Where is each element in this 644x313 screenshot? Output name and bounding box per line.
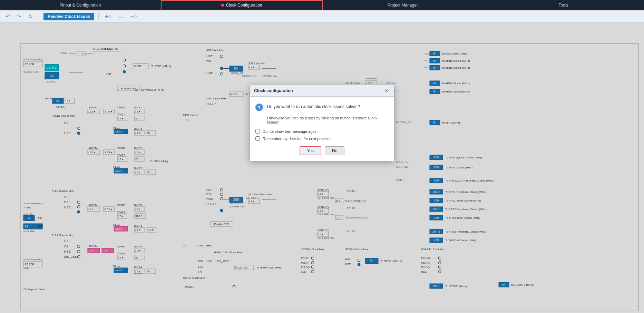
zoom-in-button[interactable]: +○ <box>103 13 114 20</box>
nav-clock[interactable]: Clock Configuration <box>161 0 323 10</box>
nav-project[interactable]: Project Manager <box>323 0 484 10</box>
toolbar-separator-1 <box>39 13 39 20</box>
modal-close-button[interactable]: ✕ <box>383 88 390 94</box>
zoom-out-button[interactable]: −○ <box>128 13 139 20</box>
modal-checkboxes: Do not show this message again. Remember… <box>255 129 389 141</box>
modal-question-row: ? Do you want to run automatic clock iss… <box>255 104 389 111</box>
checkbox-row-2: Remember my decision for next projects. <box>255 136 389 141</box>
nav-clock-dot <box>221 4 224 7</box>
toolbar-separator-2 <box>98 13 99 20</box>
modal-question-text: Do you want to run automatic clock issue… <box>267 104 360 110</box>
modal-title: Clock configuration <box>254 88 293 93</box>
yes-button[interactable]: Yes <box>300 146 322 155</box>
nav-clock-label: Clock Configuration <box>226 3 262 8</box>
main-content: Input frequency 32.768 0-1000 KHz LSI RC… <box>0 23 644 313</box>
nav-pinout[interactable]: Pinout & Configuration <box>0 0 161 10</box>
question-icon: ? <box>255 104 263 111</box>
nav-tools[interactable]: Tools <box>483 0 644 10</box>
toolbar: ↶ ↷ ↻ Resolve Clock Issues +○ ▭ −○ <box>0 10 644 23</box>
fit-button[interactable]: ▭ <box>116 12 126 20</box>
modal-header: Clock configuration ✕ <box>250 85 394 97</box>
no-button[interactable]: No <box>325 146 344 155</box>
redo-button[interactable]: ↷ <box>15 12 23 20</box>
nav-tools-label: Tools <box>559 3 568 8</box>
modal-overlay: Clock configuration ✕ ? Do you want to r… <box>0 23 644 313</box>
modal-buttons: Yes No <box>255 146 389 155</box>
clock-config-modal: Clock configuration ✕ ? Do you want to r… <box>250 85 394 161</box>
no-show-checkbox[interactable] <box>255 129 260 134</box>
remember-decision-label: Remember my decision for next projects. <box>263 137 332 141</box>
no-show-label: Do not show this message again. <box>263 129 319 134</box>
resolve-clock-button[interactable]: Resolve Clock Issues <box>43 13 94 20</box>
nav-pinout-label: Pinout & Configuration <box>59 3 101 8</box>
nav-project-label: Project Manager <box>388 3 418 8</box>
remember-decision-checkbox[interactable] <box>255 136 260 141</box>
refresh-button[interactable]: ↻ <box>26 12 35 20</box>
undo-button[interactable]: ↶ <box>3 12 12 20</box>
top-nav: Pinout & Configuration Clock Configurati… <box>0 0 644 10</box>
modal-body: ? Do you want to run automatic clock iss… <box>250 97 394 161</box>
modal-subtext: Otherwise you can do it later by clickin… <box>267 116 389 124</box>
checkbox-row-1: Do not show this message again. <box>255 129 389 134</box>
